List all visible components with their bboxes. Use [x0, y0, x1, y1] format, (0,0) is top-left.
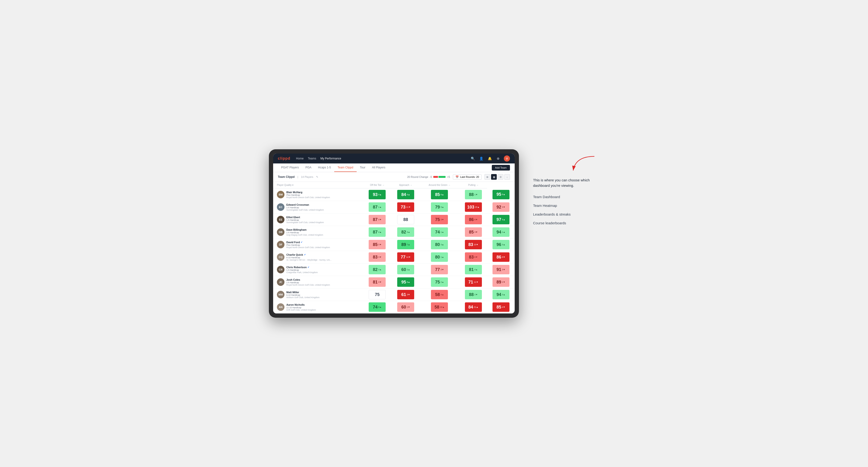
player-avatar[interactable]: EC	[277, 203, 284, 211]
score-box: 613▼	[397, 290, 414, 299]
players-table: Player Quality ▾ Off the Tee → Approach …	[273, 182, 515, 313]
player-avatar[interactable]: AN	[277, 303, 284, 311]
score-change: 3▼	[378, 256, 382, 258]
person-icon[interactable]: 👤	[478, 156, 484, 161]
score-value: 61	[401, 292, 406, 297]
score-cell: 814▲	[460, 263, 487, 276]
annotation-item-1: Team Dashboard	[533, 195, 599, 199]
player-name[interactable]: Charlie Quick✔	[286, 253, 360, 256]
col-approach[interactable]: Approach →	[392, 182, 420, 188]
score-box: 601▼	[397, 302, 414, 312]
score-value: 95	[401, 280, 406, 285]
score-value: 86	[497, 255, 501, 260]
annotation-list: Team Dashboard Team Heatmap Leaderboards…	[533, 195, 599, 225]
score-change: 4▲	[407, 231, 410, 234]
subnav-pgat[interactable]: PGAT Players	[278, 163, 302, 172]
player-avatar[interactable]: BM	[277, 191, 284, 198]
add-team-button[interactable]: Add Team	[492, 165, 510, 170]
player-name[interactable]: Josh Coles	[286, 278, 360, 281]
score-box: 773▼	[431, 265, 448, 274]
score-cell: 897▲	[392, 239, 420, 251]
grid-view-button[interactable]: ⊞	[485, 174, 490, 180]
subnav-pga[interactable]: PGA	[302, 163, 315, 172]
table-row: MMMatt Miller6-10 HandicapWoburn Golf Cl…	[273, 288, 515, 301]
player-cell: JCJosh Coles1-5 HandicapRoyal North Devo…	[273, 276, 363, 288]
score-change: 3▼	[378, 218, 382, 221]
score-value: 74	[373, 305, 378, 310]
player-avatar[interactable]: CR	[277, 266, 284, 273]
table-view-button[interactable]: ▦	[491, 174, 497, 180]
score-change: 1▲	[378, 206, 382, 209]
col-around-green[interactable]: Around the Green →	[420, 182, 460, 188]
search-icon[interactable]: 🔍	[470, 156, 475, 161]
score-value: 79	[435, 205, 440, 210]
score-change: 2▲	[441, 281, 444, 283]
sub-nav: PGAT Players PGA Hcaps 1-5 Team Clippd T…	[273, 163, 515, 172]
score-box: 941▲	[493, 227, 509, 237]
player-name[interactable]: Matt Miller	[286, 291, 360, 294]
score-box: 602▲	[397, 265, 414, 274]
player-name[interactable]: Aaron Nicholls	[286, 303, 360, 306]
bell-icon[interactable]: 🔔	[487, 156, 493, 161]
score-cell: 801▲	[420, 251, 460, 263]
score-change: 3▲	[378, 269, 382, 271]
nav-teams[interactable]: Teams	[308, 156, 316, 161]
col-putting[interactable]: Putting →	[460, 182, 487, 188]
score-value: 71	[468, 280, 473, 285]
last-rounds-label: Last Rounds: 20	[460, 176, 479, 178]
player-avatar[interactable]: DB	[277, 228, 284, 236]
table-row: DFDavid Ford✔Plus HandicapRoyal North De…	[273, 239, 515, 251]
settings-icon[interactable]: ⊕	[495, 156, 501, 161]
score-change: 3▼	[378, 243, 382, 246]
player-cell: DFDavid Ford✔Plus HandicapRoyal North De…	[273, 239, 363, 251]
score-box: 752▲	[431, 277, 448, 287]
score-value: 89	[401, 242, 406, 247]
player-avatar[interactable]: EE	[277, 216, 284, 223]
player-handicap: 1-5 Handicap	[286, 206, 360, 209]
player-name[interactable]: David Ford✔	[286, 241, 360, 244]
score-cell: 913▼	[487, 263, 515, 276]
nav-home[interactable]: Home	[296, 156, 304, 161]
score-cell: 8421▲	[460, 301, 487, 313]
player-avatar[interactable]: CQ	[277, 253, 284, 261]
score-value: 97	[497, 217, 501, 222]
col-player-quality[interactable]: Player Quality ▾	[273, 182, 363, 188]
download-button[interactable]: ↓	[504, 174, 510, 180]
score-box: 5810▲	[431, 302, 448, 312]
player-avatar[interactable]: MM	[277, 291, 284, 299]
subnav-team-clippd[interactable]: Team Clippd	[334, 163, 356, 172]
col-off-tee[interactable]: Off the Tee →	[363, 182, 392, 188]
score-box: 882▼	[465, 290, 482, 299]
player-avatar[interactable]: DF	[277, 241, 284, 248]
player-name[interactable]: Blair McHarg	[286, 191, 360, 194]
score-change: 9▲	[378, 193, 382, 196]
subnav-hcaps[interactable]: Hcaps 1-5	[315, 163, 334, 172]
player-name[interactable]: Elliot Ebert	[286, 216, 360, 219]
score-cell: 881▼	[460, 188, 487, 201]
player-name[interactable]: Edward Crossman	[286, 203, 360, 206]
score-box: 874▲	[369, 227, 385, 237]
subnav-all-players[interactable]: All Players	[369, 163, 389, 172]
score-value: 85	[373, 242, 378, 247]
score-box: 748▲	[369, 302, 385, 312]
edit-team-icon[interactable]: ✎	[316, 176, 318, 179]
tablet-device: clippd Home Teams My Performance 🔍 👤 🔔 ⊕…	[269, 149, 519, 318]
last-rounds-button[interactable]: 📅 Last Rounds: 20	[453, 174, 482, 180]
score-box: 943▲	[493, 290, 509, 299]
score-cell: 752▲	[420, 276, 460, 288]
score-change: 3▲	[502, 293, 505, 296]
player-name[interactable]: Dave Billingham	[286, 228, 360, 231]
score-change: 2▲	[407, 269, 410, 271]
score-change: 9▲	[502, 193, 505, 196]
nav-icons: 🔍 👤 🔔 ⊕ U	[470, 155, 510, 161]
score-value: 58	[434, 305, 439, 310]
user-avatar[interactable]: U	[504, 155, 510, 161]
score-change: 1▲	[441, 256, 444, 258]
nav-my-performance[interactable]: My Performance	[320, 156, 341, 161]
player-avatar[interactable]: JC	[277, 278, 284, 286]
score-cell: 75	[363, 288, 392, 301]
subnav-tour[interactable]: Tour	[356, 163, 369, 172]
score-cell: 773▼	[420, 263, 460, 276]
list-view-button[interactable]: ☰	[498, 174, 503, 180]
player-name[interactable]: Chris Robertson✔	[286, 266, 360, 269]
